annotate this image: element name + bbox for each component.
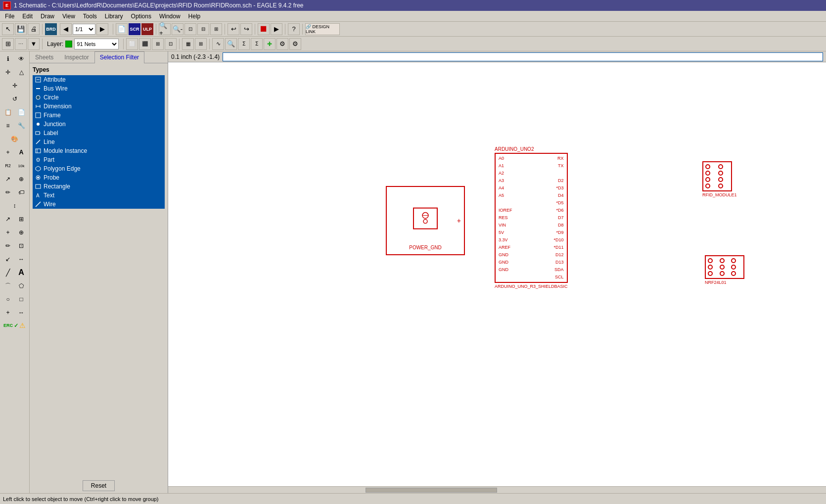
command-input[interactable]: [223, 52, 823, 61]
fw-btn[interactable]: ▶: [271, 23, 282, 35]
list-tool[interactable]: ≡: [1, 119, 14, 132]
zoom-in-btn[interactable]: 🔍+: [159, 23, 171, 35]
zoom-last-btn[interactable]: ⊟: [197, 23, 209, 35]
save-btn[interactable]: 💾: [15, 23, 27, 35]
next-sheet[interactable]: ▶: [96, 23, 108, 35]
insert-tool[interactable]: +: [1, 306, 14, 319]
filter-item-probe[interactable]: Probe: [33, 173, 165, 182]
plus2-btn[interactable]: ⊕: [15, 226, 28, 239]
filter-item-rectangle[interactable]: Rectangle: [33, 182, 165, 191]
filter-item-part[interactable]: Part: [33, 155, 165, 164]
crosshair-tool[interactable]: ✛: [1, 66, 14, 79]
schematic-canvas[interactable]: + POWER_GND ARDUINO_UNO2 A0A1A2A3A4A5 IO…: [168, 62, 826, 493]
annotate2-btn[interactable]: Σ: [251, 38, 263, 50]
menu-help[interactable]: Help: [184, 12, 205, 21]
bigA-tool[interactable]: A: [15, 266, 28, 279]
menu-window[interactable]: Window: [155, 12, 184, 21]
filter-tool[interactable]: ▼: [28, 38, 40, 50]
span2-tool[interactable]: ↔: [15, 306, 28, 319]
view-btn2[interactable]: ⬛: [139, 38, 151, 50]
reset-button[interactable]: Reset: [83, 480, 115, 491]
menu-edit[interactable]: Edit: [18, 12, 37, 21]
circle-tool[interactable]: ○: [1, 293, 14, 306]
annotate-btn[interactable]: Σ: [238, 38, 250, 50]
text-A-btn[interactable]: A: [15, 146, 28, 159]
node-tool[interactable]: ⊡: [15, 239, 28, 252]
settings-btn[interactable]: ⚙: [276, 38, 288, 50]
rect-tool[interactable]: □: [15, 293, 28, 306]
eye-tool[interactable]: 👁: [15, 52, 28, 65]
menu-view[interactable]: View: [58, 12, 79, 21]
route-tool[interactable]: ↗: [1, 173, 14, 185]
view-btn5[interactable]: ▦: [182, 38, 194, 50]
move2-tool[interactable]: ↕: [8, 199, 21, 212]
view-btn6[interactable]: ⊞: [195, 38, 207, 50]
scr-btn[interactable]: SCR: [129, 23, 140, 35]
menu-library[interactable]: Library: [101, 12, 127, 21]
help-btn[interactable]: ?: [288, 23, 300, 35]
settings2-btn[interactable]: ⚙: [289, 38, 301, 50]
view-btn3[interactable]: ⊞: [152, 38, 164, 50]
filter-item-text[interactable]: A Text: [33, 191, 165, 200]
arrow-tool[interactable]: ↙: [1, 253, 14, 266]
pointer-tool[interactable]: ↖: [2, 23, 14, 35]
arc-tool[interactable]: ↺: [8, 92, 21, 105]
copy-tool[interactable]: 📋: [1, 106, 14, 119]
prev-sheet[interactable]: ◀: [60, 23, 72, 35]
layer-dropdown[interactable]: 91 Nets: [74, 39, 119, 49]
angle-tool[interactable]: △: [15, 66, 28, 79]
print-btn[interactable]: 🖨: [28, 23, 40, 35]
align-tool[interactable]: ⊞: [15, 213, 28, 226]
line-tool[interactable]: ╱: [1, 266, 14, 279]
tag-tool[interactable]: 🏷: [15, 186, 28, 199]
info-tool[interactable]: ℹ: [1, 52, 14, 65]
polygon-tool[interactable]: ⬠: [15, 279, 28, 292]
curve-tool[interactable]: ⌒: [1, 279, 14, 292]
filter-item-dimension[interactable]: Dimension: [33, 102, 165, 111]
ulp-btn[interactable]: ULP: [141, 23, 153, 35]
filter-item-wire[interactable]: Wire: [33, 200, 165, 209]
span-tool[interactable]: ↔: [15, 253, 28, 266]
filter-item-module[interactable]: Module Instance: [33, 146, 165, 155]
via-tool[interactable]: ⊕: [15, 173, 28, 185]
tab-inspector[interactable]: Inspector: [59, 51, 94, 63]
filter-item-label[interactable]: Label: [33, 129, 165, 137]
move-tool[interactable]: ✛: [8, 79, 21, 92]
menu-draw[interactable]: Draw: [37, 12, 58, 21]
zoom-full-btn[interactable]: ⊞: [210, 23, 222, 35]
add-btn[interactable]: +: [1, 146, 14, 159]
grid-tool[interactable]: ⊞: [2, 38, 14, 50]
zoom-fit-btn[interactable]: ⊡: [184, 23, 196, 35]
undo-btn[interactable]: ↩: [228, 23, 239, 35]
stop-btn[interactable]: ⏹: [258, 23, 270, 35]
h-scroll-thumb[interactable]: [366, 488, 497, 493]
brd-btn[interactable]: BRD: [45, 23, 57, 35]
menu-file[interactable]: File: [1, 12, 18, 21]
redo-btn[interactable]: ↪: [240, 23, 252, 35]
design-link-btn[interactable]: 🔗 DESIGN LINK: [305, 23, 340, 35]
filter-item-junction[interactable]: Junction: [33, 120, 165, 129]
erc-btn[interactable]: ✚: [264, 38, 275, 50]
sheet-nav[interactable]: 1/1: [73, 24, 95, 35]
10k-btn[interactable]: 10k: [15, 159, 28, 172]
h-scrollbar[interactable]: [168, 486, 826, 493]
filter-item-circle[interactable]: Circle: [33, 93, 165, 102]
filter-item-line[interactable]: Line: [33, 137, 165, 146]
paint-tool[interactable]: ✏: [1, 186, 14, 199]
search-btn[interactable]: 🔍: [225, 38, 237, 50]
view-btn1[interactable]: ⬜: [126, 38, 138, 50]
filter-item-buswire[interactable]: Bus Wire: [33, 84, 165, 93]
color-tool[interactable]: 🎨: [8, 133, 21, 145]
pencil-tool[interactable]: ✏: [1, 239, 14, 252]
filter-item-frame[interactable]: Frame: [33, 111, 165, 120]
diag-tool[interactable]: ↗: [1, 213, 14, 226]
tab-selection-filter[interactable]: Selection Filter: [94, 51, 144, 63]
menu-tools[interactable]: Tools: [79, 12, 101, 21]
grid-dots-tool[interactable]: ⋯: [15, 38, 27, 50]
filter-item-polygon[interactable]: Polygon Edge: [33, 164, 165, 173]
tab-sheets[interactable]: Sheets: [30, 51, 59, 63]
plus-btn[interactable]: +: [1, 226, 14, 239]
R2-btn[interactable]: R2: [1, 159, 14, 172]
filter-item-attribute[interactable]: Attribute: [33, 75, 165, 84]
wrench-tool[interactable]: 🔧: [15, 119, 28, 132]
